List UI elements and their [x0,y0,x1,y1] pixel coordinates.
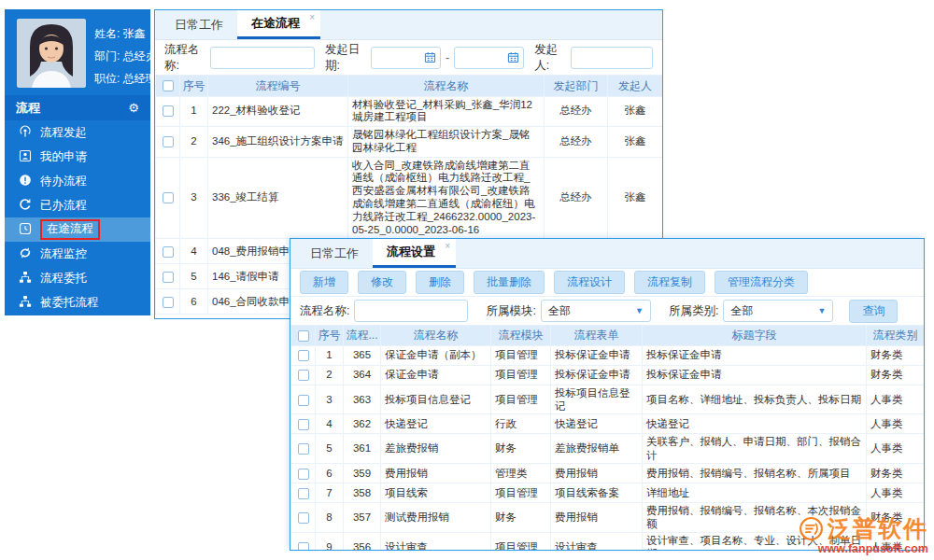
sidebar-item-my-applications[interactable]: 我的申请 [5,145,150,169]
query-button[interactable]: 查询 [849,300,898,323]
row-checkbox[interactable] [298,419,309,430]
gear-icon[interactable]: ⚙ [128,102,139,114]
table-row[interactable]: 2346_施工组织设计方案申请晟铭园林绿化工程组织设计方案_晟铭园林绿化工程总经… [156,127,663,158]
add-button[interactable]: 新增 [300,271,348,294]
sidebar-section-header: 流程 ⚙ [5,95,150,120]
sidebar-item-process-initiate[interactable]: 流程发起 [5,120,150,145]
tab-in-transit[interactable]: 在途流程× [237,10,320,39]
cell: 费用报销 [381,464,491,483]
cell: 2 [316,365,344,385]
sidebar-item-label: 待办流程 [40,174,87,189]
select-all-checkbox[interactable] [298,330,309,342]
sidebar-item-in-transit-processes[interactable]: 在途流程 [5,217,150,242]
category-label: 所属类别: [669,303,718,319]
sidebar-item-todo-processes[interactable]: 待办流程 [5,169,150,193]
table-row[interactable]: 3363投标项目信息登记项目管理投标项目信息登记项目名称、详细地址、投标负责人、… [291,385,925,414]
row-checkbox[interactable] [163,192,174,203]
category-select-value: 全部 [730,303,753,319]
tab-label: 流程设置 [387,244,435,260]
row-checkbox[interactable] [298,395,309,406]
avatar [17,19,86,88]
cell-no: 1 [180,96,208,127]
row-checkbox[interactable] [298,350,309,361]
sidebar-item-process-delegate[interactable]: 流程委托 [5,266,150,290]
tab-daily-work-2[interactable]: 日常工作 [296,239,373,268]
module-label: 所属模块: [486,303,535,319]
cell-code: 336_竣工结算 [208,157,348,239]
row-checkbox[interactable] [298,370,309,381]
row-checkbox[interactable] [298,443,309,455]
sidebar-item-label: 流程委托 [40,271,87,287]
tab-daily-work[interactable]: 日常工作 [161,10,237,39]
row-checkbox[interactable] [163,105,174,117]
cell: 投标保证金申请 [551,365,643,385]
date-range-separator: - [446,51,449,64]
row-checkbox[interactable] [163,246,174,258]
cell: 365 [344,345,381,365]
cell: 财务类 [867,365,925,385]
delete-button[interactable]: 删除 [416,271,464,294]
table-row[interactable]: 1222_材料验收登记材料验收登记_材料采购_张鑫_华润12城房建工程项目总经办… [156,96,663,127]
module-select[interactable]: 全部 ▼ [541,300,651,322]
watermark-url: www.fanpusoft.com [799,543,928,555]
window1-tabbar: 日常工作在途流程× [155,10,662,40]
cell: 项目管理 [491,385,551,414]
cell: 差旅费报销 [381,434,491,464]
select-all-checkbox[interactable] [163,80,174,91]
cell: 快递登记 [381,414,491,434]
cell: 项目线索备案 [551,483,643,503]
cell: 8 [316,503,344,533]
cell: 保证金申请（副本） [381,345,491,365]
row-checkbox[interactable] [163,136,174,147]
cell: 人事类 [867,414,925,434]
cell-code: 222_材料验收登记 [208,96,348,127]
edit-button[interactable]: 修改 [358,271,406,294]
cell: 关联客户、报销人、申请日期、部门、报销合计 [643,434,867,464]
sidebar-item-label: 我的申请 [40,149,87,165]
start-date-to-input[interactable] [454,47,524,69]
sidebar-item-delegated-processes[interactable]: 被委托流程 [5,290,150,315]
row-checkbox[interactable] [298,512,309,524]
cell: 9 [316,532,344,551]
manage-category-button[interactable]: 管理流程分类 [715,271,808,294]
table-row[interactable]: 6359费用报销管理类费用报销费用报销、报销编号、报销名称、所属项目财务类 [291,464,925,483]
row-checkbox[interactable] [298,488,309,499]
process-name-label: 流程名称: [164,42,205,74]
close-icon[interactable]: × [445,241,450,251]
sidebar-item-done-processes[interactable]: 已办流程 [5,193,150,217]
table-row[interactable]: 7358项目线索项目管理项目线索备案详细地址人事类 [291,483,925,503]
close-icon[interactable]: × [309,12,315,22]
cell: 357 [344,503,381,533]
process-copy-button[interactable]: 流程复制 [634,271,705,294]
cell-name: 材料验收登记_材料采购_张鑫_华润12城房建工程项目 [348,96,545,127]
in-transit-icon [19,222,32,238]
process-design-button[interactable]: 流程设计 [554,271,625,294]
row-checkbox[interactable] [298,469,309,480]
cell: 投标项目信息登记 [381,385,491,414]
table-row[interactable]: 2364保证金申请项目管理投标保证金申请投标保证金申请财务类 [291,365,925,385]
row-checkbox[interactable] [163,297,174,308]
column-header: 发起部门 [545,76,608,96]
table-row[interactable]: 3336_竣工结算收入合同_改建铁路成渝线增建第二直通线（成渝枢纽）电力线路迁改… [156,157,663,239]
table-row[interactable]: 1365保证金申请（副本）项目管理投标保证金申请投标保证金申请财务类 [291,345,925,365]
cell: 356 [344,532,381,551]
table-row[interactable]: 4362快递登记行政快递登记快递登记人事类 [291,414,925,434]
tab-process-settings[interactable]: 流程设置× [373,239,456,268]
category-select[interactable]: 全部 ▼ [723,300,833,322]
table-row[interactable]: 5361差旅费报销财务差旅费报销单关联客户、报销人、申请日期、部门、报销合计人事… [291,434,925,464]
cell: 管理类 [491,464,551,483]
row-checkbox[interactable] [298,542,309,551]
cell: 设计审查 [551,532,643,551]
process-name-input[interactable] [210,47,315,69]
start-date-from-input[interactable] [371,47,441,69]
sidebar-item-process-monitor[interactable]: 流程监控 [5,242,150,266]
cell-code: 346_施工组织设计方案申请 [208,127,348,158]
cell-name: 晟铭园林绿化工程组织设计方案_晟铭园林绿化工程 [348,127,545,158]
sidebar-item-label: 已办流程 [40,198,87,214]
batch-delete-button[interactable]: 批量删除 [474,271,545,294]
initiator-input[interactable] [571,47,653,69]
process-name-input-2[interactable] [354,300,468,322]
row-checkbox[interactable] [163,272,174,283]
user-profile: 姓名: 张鑫部门: 总经办职位: 总经理 [5,9,150,95]
cell-initiator: 张鑫 [608,157,663,239]
